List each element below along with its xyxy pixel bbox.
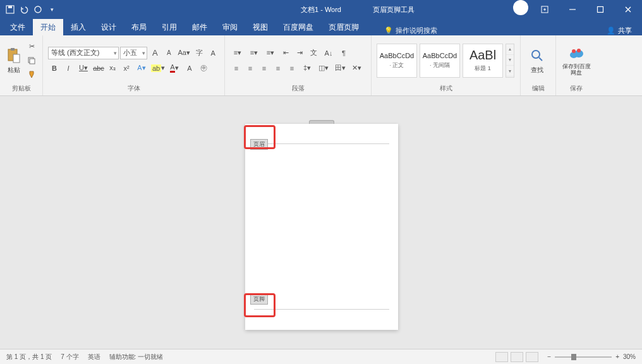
align-right-icon[interactable]: ≡ — [258, 62, 270, 75]
tell-me-search[interactable]: 💡 操作说明搜索 — [384, 26, 437, 35]
styles-scroll[interactable]: ▴ ▾ ▾ — [506, 44, 514, 78]
copy-icon[interactable] — [25, 54, 38, 67]
save-baidu-button[interactable]: 保存到百度网盘 — [561, 38, 591, 83]
superscript-button[interactable]: x² — [120, 62, 133, 75]
tab-references[interactable]: 引用 — [154, 19, 185, 35]
group-clipboard: 粘贴 ✂ 剪贴板 — [0, 35, 43, 95]
text-direction-icon[interactable]: 文 — [307, 47, 320, 59]
svg-line-12 — [539, 58, 542, 61]
sort-icon[interactable]: A↓ — [321, 47, 336, 59]
show-marks-icon[interactable]: ¶ — [337, 47, 350, 59]
align-distribute-icon[interactable]: ≡ — [286, 62, 298, 75]
save-icon[interactable] — [5, 4, 15, 15]
subscript-button[interactable]: x₂ — [106, 62, 119, 75]
view-read-icon[interactable] — [495, 352, 508, 362]
format-painter-icon[interactable] — [25, 68, 38, 81]
tab-layout[interactable]: 布局 — [124, 19, 154, 35]
style-normal[interactable]: AaBbCcDd · 正文 — [377, 44, 417, 78]
status-words[interactable]: 7 个字 — [61, 353, 78, 361]
status-accessibility[interactable]: 辅助功能: 一切就绪 — [109, 353, 164, 361]
tab-design[interactable]: 设计 — [94, 19, 124, 35]
bullets-icon[interactable]: ≡▾ — [230, 47, 245, 59]
tab-baidu[interactable]: 百度网盘 — [276, 19, 321, 35]
status-page[interactable]: 第 1 页，共 1 页 — [6, 353, 52, 361]
tab-insert[interactable]: 插入 — [63, 19, 94, 35]
font-name-select[interactable]: 等线 (西文正文) — [48, 47, 119, 59]
tab-mailings[interactable]: 邮件 — [185, 19, 215, 35]
paste-button[interactable]: 粘贴 — [5, 38, 23, 83]
style-heading1[interactable]: AaBl 标题 1 — [463, 44, 503, 78]
svg-rect-10 — [30, 59, 35, 64]
tab-home[interactable]: 开始 — [33, 19, 63, 35]
save-baidu-label: 保存到百度网盘 — [561, 64, 591, 76]
cut-icon[interactable]: ✂ — [25, 40, 38, 53]
enclose-char-icon[interactable]: ㊥ — [197, 62, 210, 75]
styles-up-icon[interactable]: ▴ — [506, 44, 514, 55]
tab-file[interactable]: 文件 — [3, 19, 33, 35]
document-title: 文档1 - Word — [301, 5, 341, 15]
zoom-percent[interactable]: 30% — [623, 353, 636, 360]
phonetic-guide-icon[interactable]: 字 — [193, 47, 205, 59]
view-web-icon[interactable] — [526, 352, 538, 362]
style-no-spacing-name: · 无间隔 — [430, 61, 450, 70]
styles-down-icon[interactable]: ▾ — [506, 55, 514, 66]
zoom-slider[interactable] — [555, 356, 612, 358]
view-buttons — [495, 352, 538, 362]
line-spacing-icon[interactable]: ‡▾ — [300, 62, 315, 75]
status-language[interactable]: 英语 — [88, 353, 100, 361]
baidu-cloud-icon — [567, 45, 585, 63]
italic-button[interactable]: I — [62, 62, 75, 75]
numbering-icon[interactable]: ≡▾ — [246, 47, 262, 59]
redo-icon[interactable] — [33, 4, 43, 15]
highlight-icon[interactable]: ab▾ — [150, 62, 166, 75]
align-center-icon[interactable]: ≡ — [244, 62, 257, 75]
font-color-icon[interactable]: A▾ — [167, 62, 182, 75]
bold-button[interactable]: B — [48, 62, 61, 75]
share-button[interactable]: 👤 共享 — [607, 26, 632, 35]
style-heading1-name: 标题 1 — [475, 64, 491, 73]
grow-font-icon[interactable]: A — [148, 47, 161, 59]
svg-rect-1 — [8, 6, 12, 8]
zoom-thumb[interactable] — [571, 354, 576, 360]
undo-icon[interactable] — [19, 4, 29, 15]
increase-indent-icon[interactable]: ⇥ — [293, 47, 306, 59]
maximize-button[interactable] — [586, 0, 614, 19]
document-area[interactable]: 页眉 页脚 — [0, 96, 642, 349]
zoom-in-icon[interactable]: + — [615, 353, 619, 360]
qat-dropdown-icon[interactable]: ▾ — [47, 4, 57, 15]
close-button[interactable] — [614, 0, 642, 19]
zoom-out-icon[interactable]: − — [547, 353, 551, 360]
align-left-icon[interactable]: ≡ — [230, 62, 243, 75]
char-border-icon[interactable]: A — [207, 47, 219, 59]
tab-header-footer-design[interactable]: 页眉页脚 — [321, 19, 366, 35]
decrease-indent-icon[interactable]: ⇤ — [279, 47, 292, 59]
annotation-header-highlight — [244, 125, 276, 149]
group-styles: AaBbCcDd · 正文 AaBbCcDd · 无间隔 AaBl 标题 1 ▴… — [372, 35, 521, 95]
user-avatar[interactable] — [513, 0, 528, 15]
align-justify-icon[interactable]: ≡ — [272, 62, 284, 75]
minimize-button[interactable] — [559, 0, 586, 19]
char-shading-icon[interactable]: A — [183, 62, 196, 75]
snap-icon[interactable]: ✕▾ — [349, 62, 364, 75]
tab-view[interactable]: 视图 — [245, 19, 276, 35]
group-paragraph: ≡▾ ≡▾ ≡▾ ⇤ ⇥ 文 A↓ ¶ ≡ ≡ ≡ ≡ ≡ ‡▾ ◫▾ 田▾ ✕… — [225, 35, 372, 95]
group-paragraph-label: 段落 — [230, 83, 366, 94]
group-styles-label: 样式 — [377, 83, 515, 94]
font-size-select[interactable]: 小五 — [120, 47, 148, 59]
shrink-font-icon[interactable]: A — [162, 47, 175, 59]
text-effects-icon[interactable]: A▾ — [134, 62, 149, 75]
view-print-icon[interactable] — [511, 352, 523, 362]
annotation-footer-highlight — [244, 293, 276, 317]
strikethrough-button[interactable]: abc — [92, 62, 105, 75]
styles-more-icon[interactable]: ▾ — [506, 66, 514, 76]
underline-button[interactable]: U▾ — [76, 62, 91, 75]
title-bar: ▾ 文档1 - Word 页眉页脚工具 — [0, 0, 642, 19]
ribbon-options-icon[interactable] — [531, 0, 559, 19]
change-case-icon[interactable]: Aa▾ — [176, 47, 191, 59]
find-button[interactable]: 查找 — [526, 38, 548, 83]
tab-review[interactable]: 审阅 — [215, 19, 245, 35]
multilevel-list-icon[interactable]: ≡▾ — [263, 47, 278, 59]
style-no-spacing[interactable]: AaBbCcDd · 无间隔 — [420, 44, 460, 78]
borders-icon[interactable]: 田▾ — [332, 62, 348, 75]
shading-icon[interactable]: ◫▾ — [316, 62, 331, 75]
